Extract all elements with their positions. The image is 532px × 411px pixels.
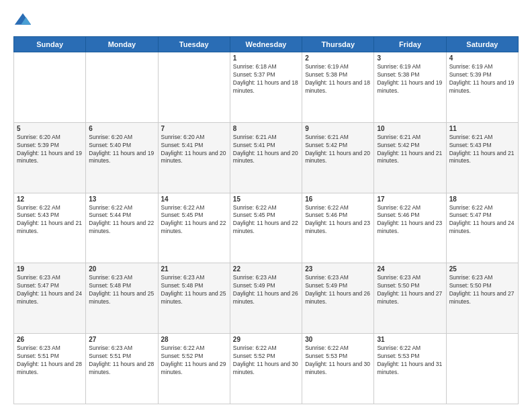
sunset-label: Sunset: 5:48 PM — [89, 282, 131, 289]
day-number: 17 — [377, 195, 443, 203]
day-number: 11 — [449, 125, 515, 132]
sunrise-label: Sunrise: 6:19 AM — [305, 63, 349, 70]
daylight-label: Daylight: 11 hours and 21 minutes. — [449, 150, 515, 165]
day-info: Sunrise: 6:21 AMSunset: 5:41 PMDaylight:… — [233, 134, 299, 166]
sunset-label: Sunset: 5:42 PM — [305, 142, 347, 148]
calendar-cell-0-1 — [86, 52, 158, 123]
calendar-cell-4-6 — [446, 334, 518, 404]
day-info: Sunrise: 6:23 AMSunset: 5:51 PMDaylight:… — [89, 345, 154, 377]
day-info: Sunrise: 6:22 AMSunset: 5:44 PMDaylight:… — [89, 204, 154, 236]
calendar-cell-0-2 — [158, 52, 230, 123]
sunset-label: Sunset: 5:50 PM — [449, 282, 492, 289]
weekday-header-monday: Monday — [86, 37, 158, 52]
day-info: Sunrise: 6:22 AMSunset: 5:43 PMDaylight:… — [17, 204, 83, 236]
day-number: 6 — [89, 125, 154, 132]
day-info: Sunrise: 6:22 AMSunset: 5:46 PMDaylight:… — [305, 204, 371, 236]
sunrise-label: Sunrise: 6:23 AM — [305, 274, 349, 281]
sunrise-label: Sunrise: 6:21 AM — [377, 134, 420, 140]
daylight-label: Daylight: 11 hours and 19 minutes. — [377, 79, 442, 94]
day-number: 30 — [305, 336, 371, 343]
sunset-label: Sunset: 5:45 PM — [161, 212, 204, 218]
calendar-cell-4-5: 31Sunrise: 6:22 AMSunset: 5:53 PMDayligh… — [374, 334, 446, 404]
sunrise-label: Sunrise: 6:19 AM — [377, 63, 420, 70]
sunset-label: Sunset: 5:38 PM — [377, 71, 419, 78]
day-number: 8 — [233, 125, 299, 132]
sunrise-label: Sunrise: 6:23 AM — [17, 274, 60, 281]
weekday-header-sunday: Sunday — [14, 37, 86, 52]
sunset-label: Sunset: 5:48 PM — [161, 282, 204, 289]
day-number: 15 — [233, 195, 299, 203]
daylight-label: Daylight: 11 hours and 22 minutes. — [161, 220, 226, 234]
day-info: Sunrise: 6:20 AMSunset: 5:39 PMDaylight:… — [17, 134, 83, 166]
day-info: Sunrise: 6:21 AMSunset: 5:42 PMDaylight:… — [305, 134, 371, 166]
sunset-label: Sunset: 5:51 PM — [89, 353, 131, 359]
day-number: 13 — [89, 195, 154, 203]
sunrise-label: Sunrise: 6:21 AM — [233, 134, 277, 140]
calendar-cell-3-5: 24Sunrise: 6:23 AMSunset: 5:50 PMDayligh… — [374, 263, 446, 334]
sunset-label: Sunset: 5:53 PM — [377, 353, 419, 359]
daylight-label: Daylight: 11 hours and 22 minutes. — [89, 220, 154, 234]
day-info: Sunrise: 6:23 AMSunset: 5:49 PMDaylight:… — [233, 274, 299, 306]
daylight-label: Daylight: 11 hours and 27 minutes. — [449, 290, 515, 305]
calendar-cell-3-1: 20Sunrise: 6:23 AMSunset: 5:48 PMDayligh… — [86, 263, 158, 334]
calendar-cell-4-3: 29Sunrise: 6:22 AMSunset: 5:52 PMDayligh… — [230, 334, 302, 404]
day-info: Sunrise: 6:23 AMSunset: 5:49 PMDaylight:… — [305, 274, 371, 306]
weekday-header-saturday: Saturday — [446, 37, 518, 52]
day-number: 27 — [89, 336, 154, 343]
weekday-header-wednesday: Wednesday — [230, 37, 302, 52]
daylight-label: Daylight: 11 hours and 22 minutes. — [233, 220, 298, 234]
page: SundayMondayTuesdayWednesdayThursdayFrid… — [0, 0, 532, 411]
logo — [13, 12, 35, 31]
daylight-label: Daylight: 11 hours and 19 minutes. — [449, 79, 515, 94]
day-number: 4 — [449, 54, 515, 62]
sunset-label: Sunset: 5:41 PM — [161, 142, 204, 148]
day-info: Sunrise: 6:20 AMSunset: 5:40 PMDaylight:… — [89, 134, 154, 166]
day-info: Sunrise: 6:21 AMSunset: 5:42 PMDaylight:… — [377, 134, 443, 166]
sunset-label: Sunset: 5:42 PM — [377, 142, 419, 148]
sunset-label: Sunset: 5:52 PM — [161, 353, 204, 359]
sunrise-label: Sunrise: 6:23 AM — [89, 274, 132, 281]
sunset-label: Sunset: 5:53 PM — [305, 353, 347, 359]
sunset-label: Sunset: 5:46 PM — [305, 212, 347, 218]
sunrise-label: Sunrise: 6:22 AM — [305, 345, 349, 351]
sunrise-label: Sunrise: 6:19 AM — [449, 63, 493, 70]
weekday-header-row: SundayMondayTuesdayWednesdayThursdayFrid… — [14, 37, 519, 52]
day-number: 7 — [161, 125, 227, 132]
calendar-cell-3-3: 22Sunrise: 6:23 AMSunset: 5:49 PMDayligh… — [230, 263, 302, 334]
daylight-label: Daylight: 11 hours and 21 minutes. — [377, 150, 442, 165]
day-info: Sunrise: 6:22 AMSunset: 5:47 PMDaylight:… — [449, 204, 515, 236]
calendar-cell-1-1: 6Sunrise: 6:20 AMSunset: 5:40 PMDaylight… — [86, 122, 158, 193]
day-number: 24 — [377, 265, 443, 273]
weekday-header-friday: Friday — [374, 37, 446, 52]
daylight-label: Daylight: 11 hours and 24 minutes. — [17, 290, 82, 305]
day-info: Sunrise: 6:22 AMSunset: 5:53 PMDaylight:… — [305, 345, 371, 377]
calendar-cell-0-4: 2Sunrise: 6:19 AMSunset: 5:38 PMDaylight… — [302, 52, 374, 123]
daylight-label: Daylight: 11 hours and 20 minutes. — [305, 150, 370, 165]
calendar-cell-3-6: 25Sunrise: 6:23 AMSunset: 5:50 PMDayligh… — [446, 263, 518, 334]
sunset-label: Sunset: 5:47 PM — [17, 282, 59, 289]
sunset-label: Sunset: 5:40 PM — [89, 142, 131, 148]
calendar-cell-3-0: 19Sunrise: 6:23 AMSunset: 5:47 PMDayligh… — [14, 263, 86, 334]
day-number: 31 — [377, 336, 443, 343]
daylight-label: Daylight: 11 hours and 29 minutes. — [161, 361, 226, 375]
calendar-cell-2-6: 18Sunrise: 6:22 AMSunset: 5:47 PMDayligh… — [446, 193, 518, 263]
week-row-3: 19Sunrise: 6:23 AMSunset: 5:47 PMDayligh… — [14, 263, 519, 334]
daylight-label: Daylight: 11 hours and 25 minutes. — [89, 290, 154, 305]
calendar-cell-2-4: 16Sunrise: 6:22 AMSunset: 5:46 PMDayligh… — [302, 193, 374, 263]
daylight-label: Daylight: 11 hours and 19 minutes. — [17, 150, 82, 165]
day-number: 16 — [305, 195, 371, 203]
daylight-label: Daylight: 11 hours and 25 minutes. — [161, 290, 226, 305]
day-info: Sunrise: 6:22 AMSunset: 5:45 PMDaylight:… — [233, 204, 299, 236]
day-number: 14 — [161, 195, 227, 203]
sunrise-label: Sunrise: 6:23 AM — [377, 274, 420, 281]
calendar-cell-4-2: 28Sunrise: 6:22 AMSunset: 5:52 PMDayligh… — [158, 334, 230, 404]
day-info: Sunrise: 6:22 AMSunset: 5:52 PMDaylight:… — [161, 345, 227, 377]
daylight-label: Daylight: 11 hours and 30 minutes. — [233, 361, 298, 375]
day-info: Sunrise: 6:23 AMSunset: 5:50 PMDaylight:… — [449, 274, 515, 306]
calendar-cell-0-3: 1Sunrise: 6:18 AMSunset: 5:37 PMDaylight… — [230, 52, 302, 123]
sunrise-label: Sunrise: 6:21 AM — [305, 134, 349, 140]
sunset-label: Sunset: 5:49 PM — [233, 282, 275, 289]
day-info: Sunrise: 6:23 AMSunset: 5:50 PMDaylight:… — [377, 274, 443, 306]
sunrise-label: Sunrise: 6:22 AM — [89, 204, 132, 211]
sunset-label: Sunset: 5:41 PM — [233, 142, 275, 148]
